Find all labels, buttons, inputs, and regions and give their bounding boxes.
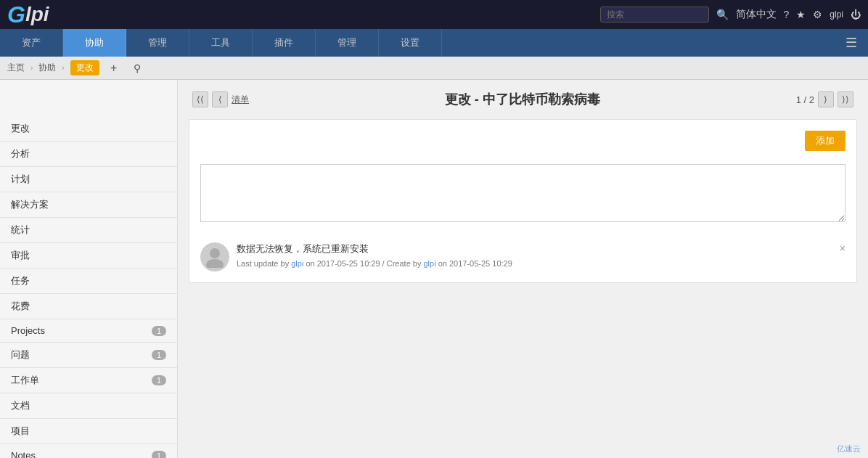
sidebar-item-problem[interactable]: 问题 1 (0, 343, 177, 368)
nav-item-assets[interactable]: 资产 (0, 29, 63, 57)
add-button[interactable]: + (105, 60, 123, 77)
search-icon[interactable]: 🔍 (716, 9, 729, 20)
breadcrumb-sep2: › (62, 64, 64, 72)
help-icon[interactable]: ? (784, 9, 790, 20)
sidebar-analysis-label: 分析 (11, 147, 30, 160)
nav-next-button[interactable]: ⟩ (818, 91, 834, 107)
sidebar-item-stats[interactable]: 统计 (0, 218, 177, 243)
counter-text: 1 / 2 (796, 94, 814, 105)
breadcrumb-sep1: › (30, 64, 33, 72)
breadcrumb-change[interactable]: 更改 (70, 60, 99, 75)
sidebar-solution-label: 解决方案 (11, 198, 49, 211)
sidebar-item-analysis[interactable]: 分析 (0, 142, 177, 167)
nav-item-manage2[interactable]: 管理 (316, 29, 379, 57)
sidebar-change-label: 更改 (11, 122, 30, 135)
sidebar-item-document[interactable]: 文档 (0, 393, 177, 419)
sidebar-ticket-label: 工作单 (11, 374, 39, 387)
sidebar: 更改 分析 计划 解决方案 统计 审批 任务 花费 Projects 1 问题 … (0, 80, 178, 458)
breadcrumb-help[interactable]: 协助 (38, 62, 56, 74)
sidebar-item-project[interactable]: 项目 (0, 419, 177, 444)
note-content: 数据无法恢复，系统已重新安装 Last update by glpi on 20… (237, 242, 846, 271)
bookmark-icon[interactable]: ★ (796, 9, 806, 20)
sidebar-problem-label: 问题 (11, 348, 30, 361)
lang-selector[interactable]: 简体中文 (736, 8, 777, 21)
header: G lpi 🔍 简体中文 ? ★ ⚙ glpi ⏻ (0, 0, 868, 29)
note-meta-on1: on 2017-05-25 10:29 / Create by (306, 259, 423, 268)
sidebar-expense-label: 花费 (11, 300, 30, 313)
sidebar-item-projects[interactable]: Projects 1 (0, 319, 177, 343)
search-breadcrumb-icon[interactable]: ⚲ (128, 60, 146, 77)
sidebar-project-label: 项目 (11, 425, 30, 438)
note-entry: 数据无法恢复，系统已重新安装 Last update by glpi on 20… (200, 235, 846, 271)
breadcrumb-home[interactable]: 主页 (7, 62, 25, 74)
sidebar-task-label: 任务 (11, 274, 30, 287)
watermark: 亿速云 (837, 443, 861, 454)
nav-prev-button[interactable]: ⟨ (212, 91, 228, 107)
nav-item-plugins[interactable]: 插件 (253, 29, 316, 57)
nav-item-tools[interactable]: 工具 (189, 29, 253, 57)
sidebar-item-expense[interactable]: 花费 (0, 294, 177, 319)
note-meta-on2: on 2017-05-25 10:29 (438, 259, 512, 268)
note-user1-link[interactable]: glpi (291, 259, 303, 268)
nav-item-manage1[interactable]: 管理 (126, 29, 189, 57)
sidebar-document-label: 文档 (11, 399, 30, 412)
hamburger-icon[interactable]: ☰ (835, 29, 868, 57)
notes-textarea[interactable] (200, 164, 846, 222)
sidebar-ticket-badge: 1 (152, 375, 166, 385)
sidebar-problem-badge: 1 (152, 350, 166, 360)
header-right: 🔍 简体中文 ? ★ ⚙ glpi ⏻ (600, 7, 861, 23)
sidebar-projects-badge: 1 (152, 326, 166, 336)
add-note-button[interactable]: 添加 (805, 131, 846, 151)
sidebar-approval-label: 审批 (11, 249, 30, 262)
content-area: ⟨⟨ ⟨ 清单 更改 - 中了比特币勒索病毒 1 / 2 ⟩ ⟩⟩ 添加 (178, 80, 868, 458)
sidebar-item-change[interactable]: 更改 (0, 116, 177, 142)
sidebar-item-task[interactable]: 任务 (0, 269, 177, 294)
note-close-button[interactable]: × (840, 242, 846, 254)
username-label: glpi (830, 9, 843, 20)
sidebar-notes-label: Notes (11, 450, 36, 458)
svg-point-0 (210, 248, 220, 258)
page-title: 更改 - 中了比特币勒索病毒 (445, 91, 600, 108)
sidebar-item-plan[interactable]: 计划 (0, 167, 177, 192)
note-text: 数据无法恢复，系统已重新安装 (237, 242, 846, 255)
nav-last-button[interactable]: ⟩⟩ (838, 91, 853, 107)
page-header: ⟨⟨ ⟨ 清单 更改 - 中了比特币勒索病毒 1 / 2 ⟩ ⟩⟩ (178, 80, 868, 119)
sidebar-plan-label: 计划 (11, 173, 30, 186)
note-user2-link[interactable]: glpi (423, 259, 435, 268)
svg-point-1 (206, 259, 224, 268)
search-input[interactable] (600, 7, 709, 23)
logo-g: G (7, 1, 25, 28)
page-navigation: ⟨⟨ ⟨ 清单 (192, 91, 249, 107)
power-icon[interactable]: ⏻ (851, 9, 861, 20)
sidebar-item-notes[interactable]: Notes 1 (0, 444, 177, 458)
main-content: 更改 分析 计划 解决方案 统计 审批 任务 花费 Projects 1 问题 … (0, 80, 868, 458)
sidebar-item-approval[interactable]: 审批 (0, 243, 177, 269)
list-link[interactable]: 清单 (232, 94, 249, 106)
sidebar-stats-label: 统计 (11, 224, 30, 237)
note-avatar (200, 242, 229, 271)
logo: G lpi (7, 1, 49, 28)
note-meta-prefix: Last update by (237, 259, 291, 268)
nav-first-button[interactable]: ⟨⟨ (192, 91, 208, 107)
notes-section: 添加 数据无法恢复，系统已重新安装 Last update by glpi (189, 119, 857, 283)
sidebar-notes-badge: 1 (152, 451, 166, 459)
logo-lpi: lpi (25, 3, 49, 26)
page-counter: 1 / 2 ⟩ ⟩⟩ (796, 91, 853, 107)
sidebar-item-ticket[interactable]: 工作单 1 (0, 368, 177, 393)
nav-bar: 资产 协助 管理 工具 插件 管理 设置 ☰ (0, 29, 868, 57)
gear-icon[interactable]: ⚙ (813, 9, 822, 20)
sidebar-projects-label: Projects (11, 325, 45, 336)
breadcrumb: 主页 › 协助 › 更改 + ⚲ (0, 57, 868, 80)
note-meta: Last update by glpi on 2017-05-25 10:29 … (237, 259, 846, 268)
sidebar-item-solution[interactable]: 解决方案 (0, 192, 177, 218)
nav-item-help[interactable]: 协助 (63, 29, 126, 57)
nav-item-settings[interactable]: 设置 (379, 29, 442, 57)
